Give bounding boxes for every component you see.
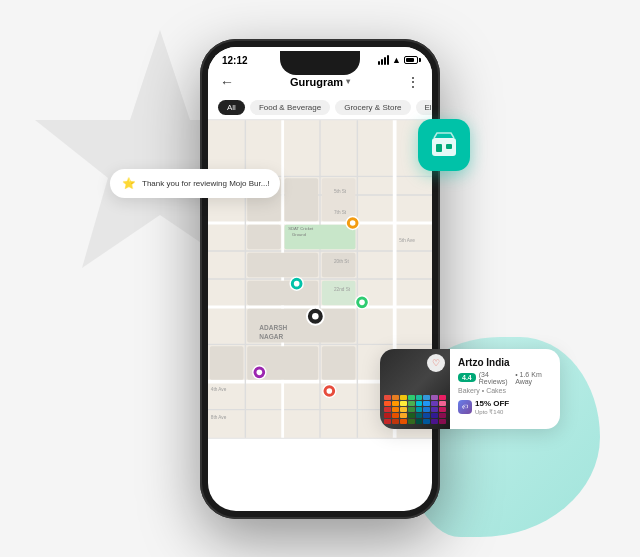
category-bar: All Food & Beverage Grocery & Store Elec…: [208, 96, 432, 119]
svg-rect-17: [285, 178, 319, 221]
signal-icon: [378, 55, 389, 65]
svg-rect-22: [322, 252, 356, 276]
phone-notch: [280, 51, 360, 75]
chevron-down-icon: ▾: [346, 77, 350, 86]
category-grocery[interactable]: Grocery & Store: [335, 100, 410, 115]
app-icon-float[interactable]: [418, 119, 470, 171]
wishlist-button[interactable]: ♡: [427, 354, 445, 372]
svg-text:8th Ave: 8th Ave: [211, 414, 227, 419]
svg-rect-26: [210, 346, 244, 380]
star-icon: ⭐: [122, 177, 136, 190]
svg-rect-27: [247, 346, 318, 380]
svg-text:4th Ave: 4th Ave: [211, 386, 227, 391]
svg-rect-18: [322, 178, 356, 221]
card-content-row: ♡ Artzo India 4.4 (34 Reviews) • 1.6 Km …: [380, 349, 560, 429]
svg-rect-21: [247, 252, 318, 276]
category-all[interactable]: All: [218, 100, 245, 115]
status-time: 12:12: [222, 55, 248, 66]
category-food[interactable]: Food & Beverage: [250, 100, 330, 115]
store-name: Artzo India: [458, 357, 552, 368]
store-category: Bakery • Cakes: [458, 387, 552, 394]
svg-text:5th St: 5th St: [334, 189, 347, 194]
wifi-icon: ▲: [392, 55, 401, 65]
svg-rect-53: [436, 144, 442, 152]
svg-text:ADARSH: ADARSH: [259, 324, 287, 331]
store-card[interactable]: ♡ Artzo India 4.4 (34 Reviews) • 1.6 Km …: [380, 349, 560, 429]
phone-frame: 12:12 ▲ ← Guru: [200, 39, 440, 519]
svg-text:Ground: Ground: [292, 232, 307, 237]
toast-notification: ⭐ Thank you for reviewing Mojo Bur...!: [110, 169, 280, 198]
svg-rect-23: [247, 280, 318, 304]
location-name: Gurugram: [290, 76, 343, 88]
svg-text:22nd St: 22nd St: [334, 287, 351, 292]
offer-upto: Upto ₹140: [475, 408, 509, 415]
location-selector[interactable]: Gurugram ▾: [290, 76, 350, 88]
offer-details: 15% OFF Upto ₹140: [475, 399, 509, 415]
status-icons: ▲: [378, 55, 418, 65]
svg-text:5th Ave: 5th Ave: [399, 237, 415, 242]
distance: • 1.6 Km Away: [515, 371, 552, 385]
category-electronics[interactable]: Elec...: [416, 100, 432, 115]
svg-rect-24: [322, 280, 356, 304]
svg-rect-54: [446, 144, 452, 149]
rating-badge: 4.4: [458, 373, 476, 382]
offer-percent: 15% OFF: [475, 399, 509, 408]
card-info: Artzo India 4.4 (34 Reviews) • 1.6 Km Aw…: [450, 349, 560, 429]
rating-row: 4.4 (34 Reviews) • 1.6 Km Away: [458, 371, 552, 385]
svg-text:SDAT Cricket: SDAT Cricket: [288, 226, 314, 231]
phone-screen: 12:12 ▲ ← Guru: [208, 47, 432, 511]
toast-text: Thank you for reviewing Mojo Bur...!: [142, 179, 270, 188]
offer-icon: 🏷: [458, 400, 472, 414]
svg-rect-19: [247, 224, 281, 248]
svg-rect-52: [432, 138, 456, 156]
reviews-count: (34 Reviews): [479, 371, 512, 385]
svg-text:NAGAR: NAGAR: [259, 332, 283, 339]
svg-text:20th St: 20th St: [334, 259, 349, 264]
battery-icon: [404, 56, 418, 64]
svg-rect-28: [322, 346, 356, 380]
phone-mockup: 12:12 ▲ ← Guru: [200, 39, 440, 519]
svg-text:7th St: 7th St: [334, 209, 347, 214]
offer-row: 🏷 15% OFF Upto ₹140: [458, 399, 552, 415]
more-options-button[interactable]: ⋮: [406, 74, 420, 90]
store-icon: [429, 130, 459, 160]
store-image: ♡: [380, 349, 450, 429]
back-button[interactable]: ←: [220, 74, 234, 90]
